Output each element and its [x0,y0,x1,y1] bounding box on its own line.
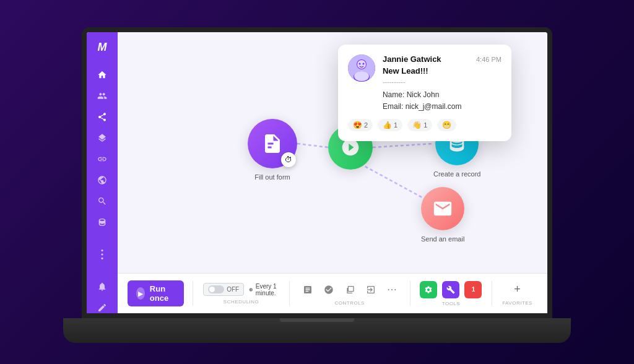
notif-body-line1: Name: Nick John [383,89,502,101]
record-label: Create a record [433,170,480,178]
notif-header: Jannie Gatwick 4:46 PM New Lead!!! -----… [348,54,502,113]
reaction-wave-emoji: 👋 [412,121,422,129]
scheduling-label: SCHEDULING [224,299,259,305]
divider2 [289,281,290,306]
sidebar-icon-more[interactable] [95,249,109,259]
toggle-label: OFF [227,286,239,293]
svg-point-12 [358,63,360,65]
fill-form-label: Fill out form [254,173,290,181]
fill-form-badge: ⏱ [281,152,296,167]
tool-btn-count[interactable]: 1 [464,281,482,298]
controls-items: ⋯ [300,282,400,298]
toggle-off-btn[interactable]: OFF [203,283,244,296]
frequency-badge: Every 1 minute. [249,283,279,297]
run-once-button[interactable]: ▶ Run once [128,280,184,306]
tools-items: 1 [420,281,482,298]
email-circle [421,187,464,230]
frequency-text: Every 1 minute. [256,283,279,297]
reaction-thumbs[interactable]: 👍 1 [378,119,402,131]
notif-body-line2: Email: nick_j@mail.com [383,101,502,113]
laptop-wrapper: M [63,21,571,343]
favorites-items: + [510,282,526,298]
reaction-thumbs-emoji: 👍 [383,121,392,129]
sidebar-icon-database[interactable] [95,217,109,227]
controls-more[interactable]: ⋯ [384,282,400,298]
scheduling-items: OFF Every 1 minute. [203,283,279,297]
bottom-toolbar: ▶ Run once OFF Every 1 minute. [118,273,549,313]
reaction-wave-count: 1 [423,121,427,129]
notif-user-name: Jannie Gatwick [383,54,441,64]
svg-line-3 [297,144,328,147]
laptop-base [63,318,571,343]
divider4 [492,281,492,306]
run-once-label: Run once [150,284,175,303]
notif-avatar [348,54,375,82]
notif-meta: Jannie Gatwick 4:46 PM New Lead!!! -----… [383,54,502,113]
tools-section: 1 TOOLS [414,281,488,306]
reaction-thumbs-count: 1 [394,121,397,129]
sidebar-icon-home[interactable] [95,70,109,80]
notif-body: Name: Nick John Email: nick_j@mail.com [383,89,502,113]
laptop-screen: M [82,27,552,318]
node-email[interactable]: Send an email [421,187,464,243]
controls-btn4[interactable] [363,282,379,298]
sidebar-icon-globe[interactable] [95,175,109,185]
controls-btn1[interactable] [300,282,316,298]
reaction-love-emoji: 😍 [353,121,362,129]
email-label: Send an email [421,235,464,243]
reaction-love[interactable]: 😍 2 [348,119,373,131]
sidebar: M [87,32,118,313]
svg-point-1 [101,253,103,255]
tool-btn-wrench[interactable] [442,281,459,298]
notif-title: New Lead!!! [383,66,502,76]
sidebar-logo: M [98,41,107,54]
controls-btn2[interactable] [321,282,337,298]
notif-divider: ---------- [383,78,502,85]
reaction-grin-emoji: 😁 [442,121,451,129]
tool-count-label: 1 [472,286,476,293]
controls-label: CONTROLS [334,300,364,306]
sidebar-icon-edit[interactable] [95,303,109,313]
node-fill-form[interactable]: ⏱ Fill out form [248,119,297,181]
controls-btn3[interactable] [342,282,358,298]
sidebar-icon-link[interactable] [95,154,109,164]
controls-section: ⋯ CONTROLS [293,282,406,306]
sidebar-icon-share[interactable] [95,112,109,122]
main-content: ⏱ Fill out form Notify the tea [118,32,549,313]
divider1 [193,281,193,306]
divider3 [410,281,410,306]
notification-popup: Jannie Gatwick 4:46 PM New Lead!!! -----… [338,45,511,141]
svg-point-2 [101,258,103,259]
reaction-wave[interactable]: 👋 1 [407,119,432,131]
add-favorite-btn[interactable]: + [510,282,526,298]
toggle-switch[interactable] [208,285,224,293]
reaction-love-count: 2 [364,121,368,129]
sidebar-icon-users[interactable] [95,91,109,101]
run-once-icon: ▶ [136,287,145,300]
canvas-area: ⏱ Fill out form Notify the tea [118,32,549,273]
svg-point-13 [362,63,364,65]
svg-point-0 [101,249,103,251]
sidebar-icon-search[interactable] [95,196,109,206]
scheduling-section: OFF Every 1 minute. SCHEDULING [197,283,285,305]
notif-time: 4:46 PM [476,56,502,63]
sidebar-icon-bell[interactable] [95,282,109,292]
reaction-grin[interactable]: 😁 [437,119,456,131]
notif-reactions: 😍 2 👍 1 👋 1 😁 [348,119,502,131]
tool-btn-settings[interactable] [420,281,437,298]
svg-point-11 [354,71,369,81]
sidebar-icon-layers[interactable] [95,133,109,143]
favorites-label: FAVORITES [502,300,532,306]
svg-line-5 [373,144,433,147]
tools-label: TOOLS [442,301,460,306]
favorites-section: + FAVORITES [496,282,539,306]
